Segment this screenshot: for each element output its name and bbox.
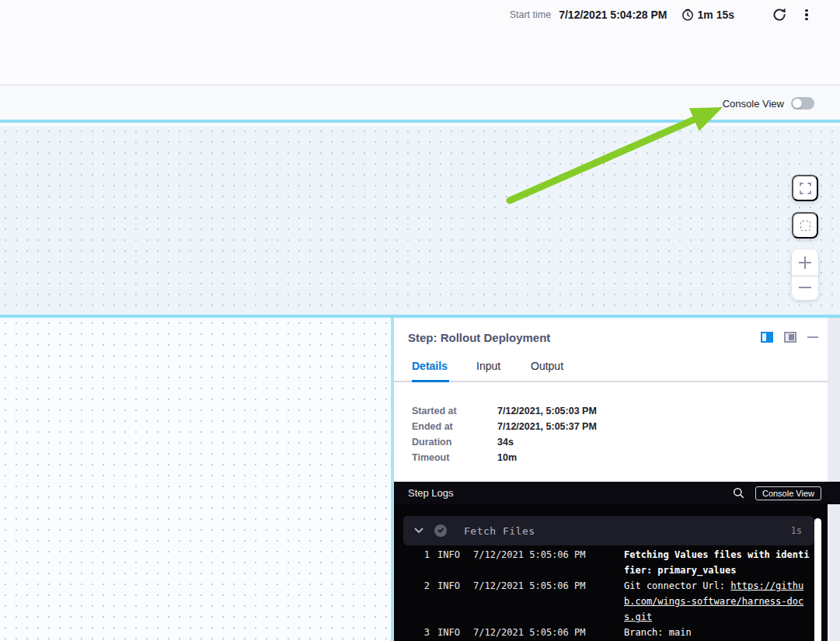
log-entry: 1 INFO 7/12/2021 5:05:06 PM Fetching Val…: [394, 547, 814, 578]
detail-value: 7/12/2021, 5:05:37 PM: [497, 421, 597, 432]
log-timestamp: 7/12/2021 5:05:06 PM: [473, 578, 596, 625]
log-timestamp: 7/12/2021 5:05:06 PM: [473, 547, 596, 578]
details-list: Started at 7/12/2021, 5:05:03 PM Ended a…: [412, 403, 597, 465]
log-line-number: 2: [413, 578, 430, 625]
log-section-header[interactable]: Fetch Files 1s: [403, 516, 814, 545]
log-entries: 1 INFO 7/12/2021 5:05:06 PM Fetching Val…: [394, 547, 814, 640]
tab-input[interactable]: Input: [476, 360, 500, 372]
logs-bar-actions: Console View: [733, 486, 821, 500]
log-message-prefix: Git connector Url:: [624, 580, 730, 591]
panel-tabs: Details Input Output: [394, 358, 828, 382]
detail-label: Ended at: [412, 421, 497, 432]
zoom-in-button[interactable]: [792, 250, 818, 275]
split-bottom-icon[interactable]: [784, 332, 796, 343]
log-viewer[interactable]: Fetch Files 1s 1 INFO 7/12/2021 5:05:06 …: [394, 504, 828, 641]
console-view-label: Console View: [723, 98, 784, 110]
console-view-group: Console View: [723, 97, 814, 110]
detail-value: 10m: [497, 452, 517, 463]
minimize-icon[interactable]: [807, 336, 818, 339]
elapsed-duration: 1m 15s: [681, 9, 734, 21]
console-view-toggle[interactable]: [791, 97, 814, 110]
log-level: INFO: [437, 578, 467, 625]
log-success-icon: [434, 524, 447, 537]
kebab-menu-button[interactable]: [801, 9, 812, 21]
log-section-duration: 1s: [791, 525, 802, 536]
topbar-right-group: Start time 7/12/2021 5:04:28 PM 1m 15s: [510, 7, 812, 23]
log-level: INFO: [437, 547, 467, 578]
step-logs-title: Step Logs: [408, 487, 454, 499]
chevron-down-icon: [414, 528, 423, 534]
refresh-icon: [772, 7, 787, 23]
log-section-title: Fetch Files: [464, 525, 535, 537]
fullscreen-icon: [800, 183, 811, 194]
log-level: INFO: [437, 625, 467, 640]
detail-row: Duration 34s: [412, 434, 597, 450]
log-message: Branch: main: [624, 625, 812, 640]
detail-row: Ended at 7/12/2021, 5:05:37 PM: [412, 419, 597, 434]
log-scrollbar-thumb[interactable]: [814, 518, 821, 641]
log-entry: 2 INFO 7/12/2021 5:05:06 PM Git connecto…: [394, 578, 814, 625]
stage-graph-canvas[interactable]: [0, 126, 840, 315]
log-line-number: 1: [413, 547, 430, 578]
fit-view-icon: [800, 221, 810, 231]
clock-icon: [681, 9, 694, 21]
topbar: Start time 7/12/2021 5:04:28 PM 1m 15s: [0, 0, 840, 85]
pipeline-execution-screen: Start time 7/12/2021 5:04:28 PM 1m 15s C…: [0, 0, 840, 641]
zoom-in-icon: [799, 256, 811, 269]
refresh-button[interactable]: [772, 7, 787, 23]
panel-scrollbar-track[interactable]: [828, 318, 840, 641]
detail-row: Timeout 10m: [412, 450, 597, 465]
detail-label: Duration: [412, 437, 497, 448]
log-line-number: 3: [413, 625, 430, 640]
step-details-panel: Step: Rollout Deployment Details Input O…: [394, 318, 840, 641]
zoom-out-icon: [799, 287, 811, 288]
fullscreen-button[interactable]: [792, 175, 818, 201]
tab-output[interactable]: Output: [531, 360, 563, 372]
step-graph-canvas[interactable]: Execution Rollout Deployment: [0, 318, 391, 641]
panel-header-icons: [761, 332, 818, 343]
toggle-knob: [793, 99, 802, 108]
logs-console-view-button[interactable]: Console View: [755, 486, 821, 500]
detail-row: Started at 7/12/2021, 5:05:03 PM: [412, 403, 597, 419]
tab-details[interactable]: Details: [412, 360, 448, 372]
fit-view-button[interactable]: [792, 212, 818, 239]
zoom-controls: [792, 249, 818, 300]
detail-label: Started at: [412, 406, 497, 416]
start-time-label: Start time: [510, 9, 552, 20]
step-logs-bar: Step Logs Console View: [394, 482, 840, 504]
log-message: Git connector Url: https://github.com/wi…: [624, 578, 812, 625]
search-icon[interactable]: [733, 487, 744, 499]
panel-title: Step: Rollout Deployment: [408, 331, 550, 344]
duration-value: 1m 15s: [698, 9, 734, 21]
zoom-out-button[interactable]: [792, 275, 818, 300]
start-time-value: 7/12/2021 5:04:28 PM: [559, 9, 667, 21]
log-timestamp: 7/12/2021 5:05:06 PM: [473, 625, 596, 640]
log-message: Fetching Values files with identifier: p…: [624, 547, 812, 578]
detail-label: Timeout: [412, 452, 497, 463]
split-right-icon[interactable]: [761, 332, 773, 343]
detail-value: 7/12/2021, 5:05:03 PM: [497, 406, 597, 416]
detail-value: 34s: [497, 437, 514, 448]
kebab-menu-icon: [805, 9, 807, 12]
stage-subbar: Console View: [0, 86, 840, 123]
active-tab-underline: [412, 380, 449, 382]
log-entry: 3 INFO 7/12/2021 5:05:06 PM Branch: main: [394, 625, 814, 640]
